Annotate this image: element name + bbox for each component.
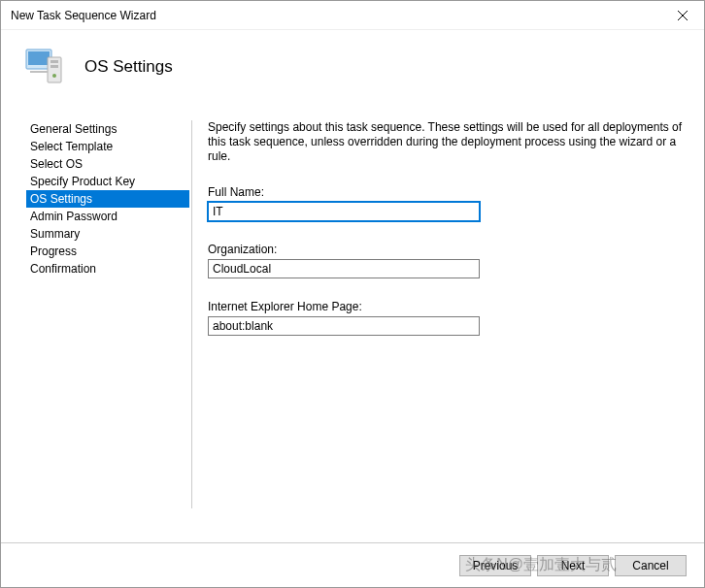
svg-rect-8 — [30, 71, 48, 73]
sidebar-item-general-settings[interactable]: General Settings — [26, 120, 191, 138]
svg-rect-5 — [50, 60, 58, 63]
computer-icon — [20, 44, 67, 90]
sidebar-item-specify-product-key[interactable]: Specify Product Key — [26, 173, 191, 190]
full-name-label: Full Name: — [208, 185, 683, 199]
titlebar: New Task Sequence Wizard — [1, 1, 704, 30]
full-name-input[interactable] — [208, 202, 480, 221]
main-panel: Specify settings about this task sequenc… — [192, 103, 704, 518]
organization-label: Organization: — [208, 243, 683, 256]
sidebar-item-select-os[interactable]: Select OS — [26, 155, 191, 173]
ie-homepage-input[interactable] — [208, 316, 480, 336]
previous-button[interactable]: Previous — [459, 555, 531, 576]
next-button[interactable]: Next — [537, 555, 609, 576]
close-button[interactable] — [660, 1, 704, 30]
sidebar-item-os-settings[interactable]: OS Settings — [26, 190, 189, 208]
sidebar: General Settings Select Template Select … — [1, 103, 191, 518]
sidebar-item-select-template[interactable]: Select Template — [26, 138, 191, 155]
close-icon — [678, 11, 688, 20]
organization-group: Organization: — [208, 243, 683, 278]
svg-rect-6 — [50, 65, 58, 68]
wizard-header: OS Settings — [1, 30, 704, 103]
wizard-body: General Settings Select Template Select … — [1, 103, 704, 518]
ie-homepage-label: Internet Explorer Home Page: — [208, 300, 683, 313]
wizard-footer: Previous Next Cancel — [1, 542, 704, 587]
sidebar-item-summary[interactable]: Summary — [26, 225, 191, 243]
svg-rect-3 — [28, 51, 50, 65]
ie-homepage-group: Internet Explorer Home Page: — [208, 300, 683, 336]
svg-point-7 — [52, 74, 56, 78]
window-title: New Task Sequence Wizard — [11, 9, 156, 22]
intro-text: Specify settings about this task sequenc… — [208, 120, 683, 164]
cancel-button[interactable]: Cancel — [615, 555, 687, 576]
sidebar-item-progress[interactable]: Progress — [26, 243, 191, 260]
sidebar-item-confirmation[interactable]: Confirmation — [26, 260, 191, 278]
sidebar-item-admin-password[interactable]: Admin Password — [26, 208, 191, 225]
full-name-group: Full Name: — [208, 185, 683, 221]
page-title: OS Settings — [84, 57, 173, 77]
organization-input[interactable] — [208, 259, 480, 278]
